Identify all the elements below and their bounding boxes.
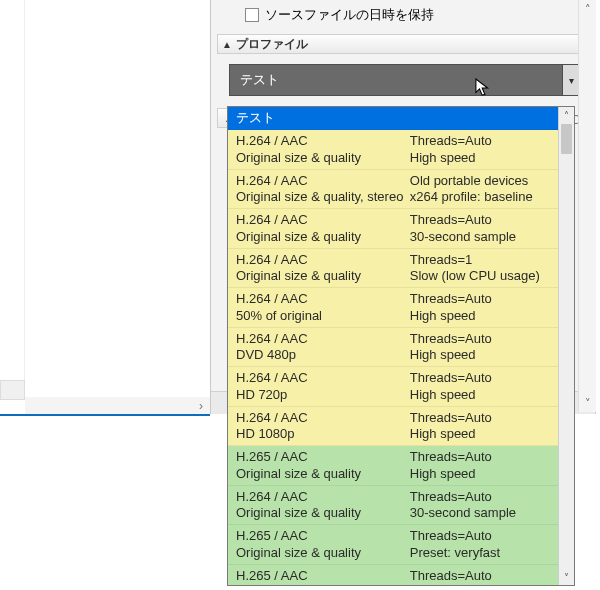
left-pane: › [0, 0, 210, 590]
profile-option[interactable]: H.265 / AAC DVD 480pThreads=Auto High sp… [228, 565, 558, 585]
grid-header-cell [0, 380, 25, 400]
option-codec-label: H.264 / AAC HD 1080p [236, 410, 410, 443]
option-details-label: Threads=Auto 30-second sample [410, 212, 552, 245]
option-details-label: Threads=Auto Preset: veryfast [410, 528, 552, 561]
scroll-right-icon[interactable]: › [192, 397, 210, 415]
option-codec-label: H.264 / AAC Original size & quality [236, 133, 410, 166]
option-details-label: Threads=Auto High speed [410, 568, 552, 585]
grid-divider [0, 0, 25, 380]
option-details-label: Threads=Auto High speed [410, 331, 552, 364]
profile-dropdown-list[interactable]: テストH.264 / AAC Original size & qualityTh… [228, 107, 558, 585]
scroll-up-icon[interactable]: ˄ [559, 107, 574, 123]
profile-option[interactable]: テスト [228, 107, 558, 130]
profile-option[interactable]: H.265 / AAC Original size & qualityThrea… [228, 525, 558, 565]
disclosure-triangle-icon: ▲ [222, 39, 232, 50]
option-details-label: Old portable devices x264 profile: basel… [410, 173, 552, 206]
option-codec-label: テスト [236, 110, 410, 126]
scrollbar-thumb[interactable] [561, 124, 572, 154]
profile-option[interactable]: H.264 / AAC Original size & qualityThrea… [228, 486, 558, 526]
profile-option[interactable]: H.264 / AAC HD 720pThreads=Auto High spe… [228, 367, 558, 407]
accent-divider [0, 414, 210, 416]
checkbox-icon[interactable] [245, 8, 259, 22]
dropdown-v-scrollbar[interactable]: ˄ ˅ [558, 107, 574, 585]
scroll-down-icon[interactable]: ˅ [579, 394, 596, 412]
option-codec-label: H.264 / AAC 50% of original [236, 291, 410, 324]
option-codec-label: H.264 / AAC Original size & quality, ste… [236, 173, 410, 206]
profile-option[interactable]: H.264 / AAC Original size & quality, ste… [228, 170, 558, 210]
profile-option[interactable]: H.264 / AAC 50% of originalThreads=Auto … [228, 288, 558, 328]
option-codec-label: H.264 / AAC HD 720p [236, 370, 410, 403]
profile-option[interactable]: H.264 / AAC Original size & qualityThrea… [228, 249, 558, 289]
preserve-timestamps-label: ソースファイルの日時を保持 [265, 6, 434, 24]
profile-option[interactable]: H.264 / AAC Original size & qualityThrea… [228, 130, 558, 170]
scroll-down-icon[interactable]: ˅ [559, 569, 574, 585]
option-codec-label: H.264 / AAC DVD 480p [236, 331, 410, 364]
profile-section-title: プロファイル [236, 36, 308, 53]
option-details-label: Threads=Auto 30-second sample [410, 489, 552, 522]
option-codec-label: H.265 / AAC DVD 480p [236, 568, 410, 585]
panel-v-scrollbar[interactable]: ˄ ˅ [578, 0, 596, 412]
option-details-label: Threads=Auto High speed [410, 370, 552, 403]
left-h-scrollbar[interactable]: › [25, 397, 210, 415]
profile-option[interactable]: H.264 / AAC HD 1080pThreads=Auto High sp… [228, 407, 558, 447]
option-codec-label: H.264 / AAC Original size & quality [236, 489, 410, 522]
preserve-timestamps-row[interactable]: ソースファイルの日時を保持 [245, 6, 434, 24]
scroll-up-icon[interactable]: ˄ [579, 0, 596, 18]
option-details-label: Threads=1 Slow (low CPU usage) [410, 252, 552, 285]
option-codec-label: H.264 / AAC Original size & quality [236, 252, 410, 285]
profile-section-header[interactable]: ▲ プロファイル [217, 34, 589, 54]
option-details-label: Threads=Auto High speed [410, 133, 552, 166]
profile-option[interactable]: H.264 / AAC Original size & qualityThrea… [228, 209, 558, 249]
profile-option[interactable]: H.265 / AAC Original size & qualityThrea… [228, 446, 558, 486]
option-details-label: Threads=Auto High speed [410, 410, 552, 443]
profile-dropdown: テストH.264 / AAC Original size & qualityTh… [227, 106, 575, 586]
profile-combo-value: テスト [240, 71, 279, 89]
option-codec-label: H.265 / AAC Original size & quality [236, 528, 410, 561]
profile-combo[interactable]: テスト ▾ [229, 64, 581, 96]
profile-option[interactable]: H.264 / AAC DVD 480pThreads=Auto High sp… [228, 328, 558, 368]
option-details-label: Threads=Auto High speed [410, 291, 552, 324]
option-codec-label: H.264 / AAC Original size & quality [236, 212, 410, 245]
option-details-label: Threads=Auto High speed [410, 449, 552, 482]
option-codec-label: H.265 / AAC Original size & quality [236, 449, 410, 482]
